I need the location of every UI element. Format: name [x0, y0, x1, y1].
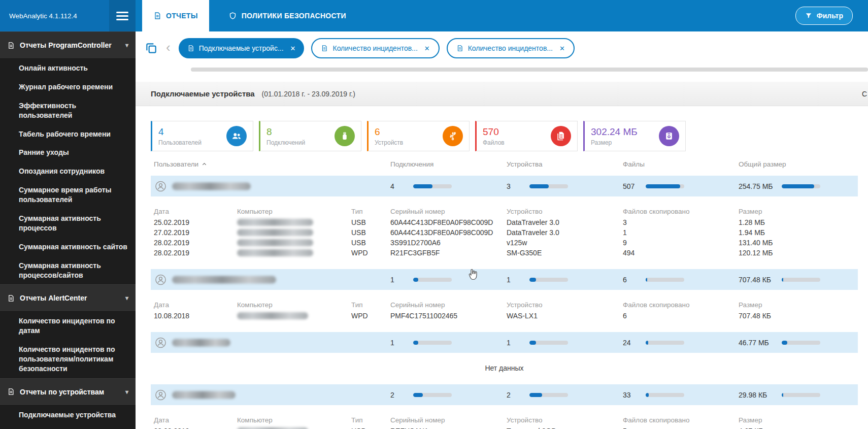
devices-value: 2	[507, 391, 511, 399]
sidebar-item-online-activity[interactable]: Онлайн активность	[0, 59, 136, 78]
redacted-user-name	[172, 182, 251, 190]
detail-row: 28.02.2019 WPD R21FC3GFB5F SM-G350E 494 …	[151, 248, 858, 258]
report-tabs-row: ‹ Подключаемые устройс... ✕ Количество и…	[136, 31, 868, 65]
sidebar-section-alertcenter[interactable]: Отчеты AlertCenter ▾	[0, 284, 136, 312]
sidebar-item-process-site-activity[interactable]: Суммарная активность процессов/сайтов	[0, 256, 136, 285]
devices-bar	[529, 341, 568, 345]
connections-value: 1	[390, 339, 394, 347]
files-value: 6	[623, 276, 627, 284]
export-link-cutoff[interactable]: С	[862, 90, 867, 98]
column-header-total-size[interactable]: Общий размер	[739, 160, 786, 168]
column-header-devices[interactable]: Устройства	[507, 160, 543, 168]
detail-row: 28.02.2019 USB REFUSAN1 Transcend 8GB 5 …	[151, 426, 858, 429]
report-icon	[321, 45, 328, 52]
report-tab-incidents-1[interactable]: Количество инцидентов... ✕	[311, 38, 439, 58]
sidebar-item-process-activity[interactable]: Суммарная активность процессов	[0, 209, 136, 238]
sidebar-item-incidents-by-user-policy[interactable]: Количество инцидентов по пользователям/п…	[0, 340, 136, 378]
sidebar-item-late-arrivals[interactable]: Опоздания сотрудников	[0, 162, 136, 181]
redacted-computer-name	[237, 312, 308, 319]
user-avatar-icon	[155, 180, 166, 192]
copy-icon[interactable]	[145, 42, 158, 55]
close-icon[interactable]: ✕	[290, 45, 296, 52]
size-value: 46.77 МБ	[739, 339, 769, 347]
redacted-computer-name	[237, 229, 313, 236]
detail-header-row: Дата Компьютер Тип Серийный номер Устрой…	[151, 298, 858, 311]
card-devices: 6 Устройств	[367, 121, 470, 151]
sort-ascending-icon	[202, 161, 207, 167]
sidebar-item-user-efficiency[interactable]: Эффективность пользователей	[0, 96, 136, 125]
sidebar-item-incidents-by-date[interactable]: Количество инцидентов по датам	[0, 312, 136, 340]
user-row[interactable]: 4 3 507 254.75 МБ	[151, 176, 858, 196]
hamburger-icon	[116, 10, 128, 22]
detail-column-type: Тип	[351, 207, 363, 215]
user-row[interactable]: 1 1 6 707.48 КБ	[151, 269, 858, 290]
report-tab-connected-devices[interactable]: Подключаемые устройс... ✕	[179, 38, 305, 58]
detail-row: 25.02.2019 USB 60A44C413DF8E0A0F98C009D …	[151, 217, 858, 227]
horizontal-scrollbar[interactable]	[191, 68, 868, 72]
hamburger-menu-button[interactable]	[109, 0, 136, 31]
chevron-down-icon: ▾	[125, 294, 128, 302]
user-row[interactable]: 1 1 24 46.77 МБ	[151, 332, 858, 353]
sidebar-item-early-leaves[interactable]: Ранние уходы	[0, 143, 136, 162]
sidebar-item-work-journal[interactable]: Журнал рабочего времени	[0, 78, 136, 96]
sidebar-section-label: Отчеты ProgramController	[20, 41, 112, 49]
card-size: 302.24 МБ Размер	[583, 121, 686, 151]
detail-table: Дата Компьютер Тип Серийный номер Устрой…	[151, 200, 858, 266]
usb-drive-icon	[335, 126, 355, 146]
sidebar-item-timesheet[interactable]: Табель рабочего времени	[0, 125, 136, 144]
connections-value: 1	[390, 276, 394, 284]
sidebar-section-programcontroller[interactable]: Отчеты ProgramController ▾	[0, 31, 136, 59]
report-tab-incidents-2[interactable]: Количество инцидентов... ✕	[447, 38, 575, 58]
sidebar-item-connected-devices[interactable]: Подключаемые устройства	[0, 406, 136, 424]
detail-table: Дата Компьютер Тип Серийный номер Устрой…	[151, 293, 858, 329]
card-label: Пользователей	[158, 139, 202, 146]
card-label: Подключений	[266, 139, 305, 146]
files-value: 24	[623, 339, 631, 347]
sidebar-section-devices[interactable]: Отчеты по устройствам ▾	[0, 378, 136, 406]
tab-policies-label: ПОЛИТИКИ БЕЗОПАСНОСТИ	[242, 12, 346, 20]
detail-column-device: Устройство	[507, 207, 543, 215]
tab-security-policies[interactable]: ПОЛИТИКИ БЕЗОПАСНОСТИ	[223, 0, 351, 31]
sidebar-item-total-work-time[interactable]: Суммарное время работы пользователей	[0, 181, 136, 209]
size-bar	[782, 184, 820, 188]
close-icon[interactable]: ✕	[424, 45, 430, 52]
filter-button-label: Фильтр	[817, 12, 843, 20]
summary-cards: 4 Пользователей 8 Подключений 6 Устройст…	[151, 121, 868, 151]
size-value: 29.98 КБ	[739, 391, 767, 399]
column-header-connections[interactable]: Подключения	[390, 160, 433, 168]
connections-bar	[413, 278, 452, 282]
chevron-down-icon: ▾	[125, 42, 128, 49]
tab-reports-label: ОТЧЕТЫ	[166, 12, 198, 20]
detail-column-files-copied: Файлов скопировано	[623, 207, 689, 215]
report-date-range: (01.01.2018 г. - 23.09.2019 г.)	[262, 90, 355, 98]
user-row[interactable]: 2 2 33 29.98 КБ	[151, 384, 858, 405]
tab-reports[interactable]: ОТЧЕТЫ	[142, 0, 209, 31]
top-navigation-bar: ОТЧЕТЫ ПОЛИТИКИ БЕЗОПАСНОСТИ Фильтр	[136, 0, 868, 31]
sidebar-logo-row: WebAnalytic 4.1.112.4	[0, 0, 136, 31]
column-header-files[interactable]: Файлы	[623, 160, 645, 168]
connections-bar	[413, 393, 452, 397]
files-bar	[646, 278, 684, 282]
report-icon	[7, 42, 15, 49]
files-value: 507	[623, 182, 635, 190]
column-header-users[interactable]: Пользователи	[154, 160, 207, 168]
detail-row: 27.02.2019 USB 60A44C413DF8E0A0F98C009D …	[151, 227, 858, 238]
devices-bar	[529, 184, 568, 188]
app-title: WebAnalytic 4.1.112.4	[0, 0, 109, 31]
files-value: 33	[623, 391, 631, 399]
devices-value: 1	[507, 339, 511, 347]
users-icon	[226, 126, 247, 146]
card-value: 302.24 МБ	[591, 126, 638, 138]
connections-value: 4	[390, 182, 394, 190]
report-icon	[153, 12, 161, 20]
redacted-user-name	[172, 391, 236, 399]
close-icon[interactable]: ✕	[559, 45, 565, 52]
detail-column-size: Размер	[739, 207, 762, 215]
filter-button[interactable]: Фильтр	[795, 7, 853, 25]
no-data-message: Нет данных	[151, 356, 858, 381]
devices-value: 1	[507, 276, 511, 284]
report-tab-label: Количество инцидентов...	[468, 44, 553, 52]
chevron-left-icon[interactable]: ‹	[166, 41, 171, 54]
report-icon	[7, 294, 15, 302]
sidebar-item-site-activity[interactable]: Суммарная активность сайтов	[0, 238, 136, 256]
